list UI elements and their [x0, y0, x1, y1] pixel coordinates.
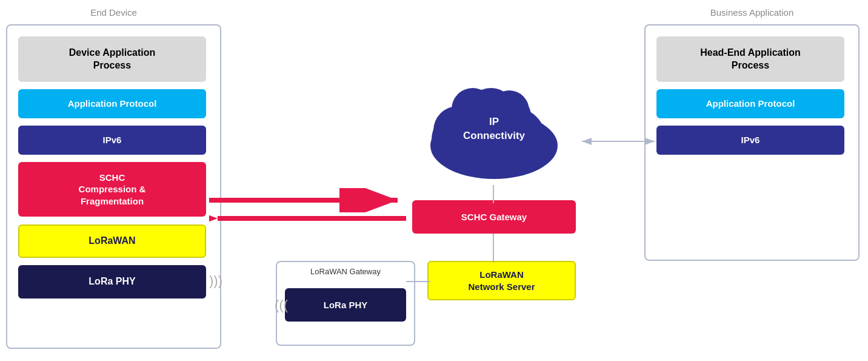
schc-left-box: SCHC Compression & Fragmentation [18, 162, 206, 217]
arrow-cloud-to-ipv6-right [579, 137, 658, 146]
wifi-symbol-left: ))) [209, 273, 222, 289]
ipv6-right-box: IPv6 [656, 126, 844, 155]
line-cloud-to-schc [492, 185, 495, 203]
business-application-label: Business Application [644, 7, 860, 18]
app-protocol-left-box: Application Protocol [18, 89, 206, 118]
line-lorawan-ns-to-gw [406, 280, 430, 283]
end-device-label: End Device [6, 7, 221, 18]
lorawan-left-box: LoRaWAN [18, 224, 206, 258]
ip-connectivity-cloud: IP Connectivity [412, 73, 576, 185]
diagram: End Device Business Application LoRaWAN … [0, 0, 868, 361]
ipv6-left-box: IPv6 [18, 126, 206, 155]
lorawan-gw-label: LoRaWAN Gateway [277, 267, 414, 276]
head-end-app-box: Head-End Application Process [656, 36, 844, 82]
cloud-text: IP Connectivity [463, 115, 525, 142]
lora-phy-left-box: LoRa PHY [18, 265, 206, 299]
lorawan-network-server-box: LoRaWAN Network Server [427, 261, 576, 300]
wifi-symbol-right: ))) [275, 297, 288, 313]
device-app-process-box: Device Application Process [18, 36, 206, 82]
lora-phy-gw-box: LoRa PHY [285, 288, 406, 322]
line-schc-to-lorawan-ns [492, 234, 495, 263]
arrow-to-schc-gateway [209, 188, 406, 212]
app-protocol-right-box: Application Protocol [656, 89, 844, 118]
schc-gateway-box: SCHC Gateway [412, 200, 576, 234]
